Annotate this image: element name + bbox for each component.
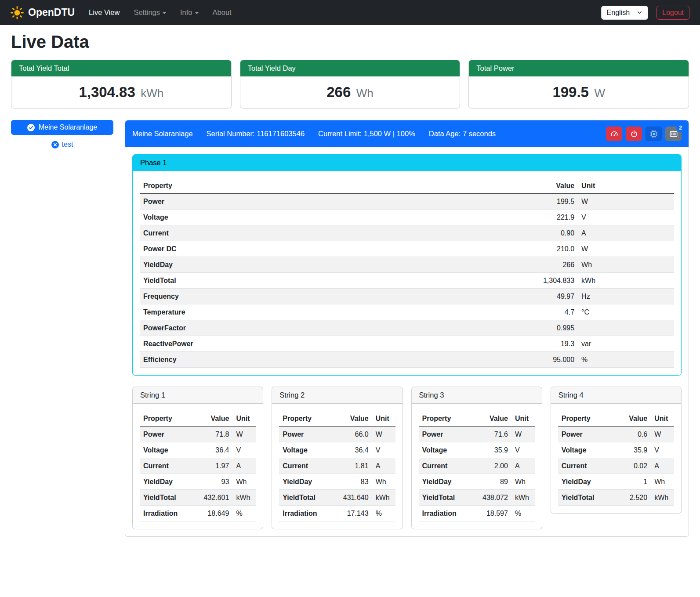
- inverter-name: Meine Solaranlage: [132, 130, 193, 138]
- nav-item-about[interactable]: About: [206, 5, 239, 20]
- property-name: YieldDay: [140, 257, 434, 273]
- table-header-row: Property Value Unit: [140, 178, 674, 194]
- summary-card-title: Total Power: [469, 60, 689, 76]
- logout-button[interactable]: Logout: [656, 6, 689, 20]
- property-name: YieldTotal: [140, 273, 434, 289]
- property-value: 71.6: [470, 427, 511, 442]
- table-row: Irradiation 17.143 %: [279, 506, 395, 521]
- device-info-button[interactable]: [646, 127, 662, 141]
- inverter-sidebar: Meine Solaranlage test: [11, 120, 113, 148]
- table-row: YieldTotal 432.601 kWh: [140, 490, 256, 506]
- property-name: YieldDay: [558, 474, 609, 490]
- inverter-serial: Serial Number: 116171603546: [207, 130, 305, 138]
- property-unit: kWh: [232, 490, 256, 506]
- string-table: Property Value Unit Power 71.8 W Voltage…: [140, 411, 256, 521]
- string-card-string-4: String 4 Property Value Unit Power 0.6 W…: [551, 387, 682, 514]
- language-select[interactable]: English: [601, 6, 648, 20]
- content-row: Meine Solaranlage test Meine Solaranlage…: [11, 120, 689, 537]
- summary-cards-row: Total Yield Total 1,304.83 kWh Total Yie…: [11, 60, 689, 109]
- speedometer-icon: [610, 130, 618, 138]
- summary-card-title: Total Yield Day: [240, 60, 460, 76]
- property-unit: kWh: [511, 490, 535, 506]
- property-value: 0.6: [609, 427, 651, 442]
- column-header-property: Property: [140, 411, 191, 427]
- table-row: YieldDay 93 Wh: [140, 474, 256, 490]
- table-row: YieldDay 89 Wh: [419, 474, 535, 490]
- property-name: PowerFactor: [140, 320, 434, 336]
- property-unit: W: [511, 427, 535, 442]
- property-unit: A: [578, 225, 674, 241]
- inverter-panel: Meine Solaranlage Serial Number: 1161716…: [125, 120, 689, 537]
- property-name: Irradiation: [279, 506, 330, 521]
- string-table: Property Value Unit Power 0.6 W Voltage …: [558, 411, 674, 506]
- property-unit: [578, 320, 674, 336]
- table-row: Voltage 35.9 V: [419, 442, 535, 458]
- inverter-panel-body: Phase 1 Property Value Unit Power: [125, 147, 689, 536]
- check-circle-icon: [27, 124, 35, 131]
- property-name: Current: [279, 458, 330, 474]
- string-card-title: String 3: [412, 387, 542, 404]
- property-value: 1,304.833: [434, 273, 578, 289]
- property-name: Current: [140, 458, 191, 474]
- string-table: Property Value Unit Power 66.0 W Voltage…: [279, 411, 395, 521]
- table-row: Current 0.90 A: [140, 225, 674, 241]
- nav-item-live-view[interactable]: Live View: [82, 5, 127, 20]
- inverter-panel-header: Meine Solaranlage Serial Number: 1161716…: [125, 120, 689, 147]
- phase-table: Property Value Unit Power 199.5 W Voltag…: [140, 178, 674, 368]
- inverter-data-age: Data Age: 7 seconds: [429, 130, 496, 138]
- property-value: 36.4: [191, 442, 232, 458]
- column-header-unit: Unit: [511, 411, 535, 427]
- property-unit: W: [651, 427, 674, 442]
- event-log-button[interactable]: 2: [665, 127, 682, 141]
- property-name: Power: [140, 194, 434, 210]
- string-card-title: String 4: [551, 387, 681, 404]
- table-row: Voltage 36.4 V: [279, 442, 395, 458]
- nav-item-label: Live View: [89, 8, 120, 17]
- strings-row: String 1 Property Value Unit Power 71.8 …: [132, 387, 682, 529]
- property-unit: V: [372, 442, 395, 458]
- property-name: ReactivePower: [140, 336, 434, 352]
- property-value: 0.995: [434, 320, 578, 336]
- property-value: 0.90: [434, 225, 578, 241]
- table-row: Voltage 221.9 V: [140, 210, 674, 225]
- nav-item-settings[interactable]: Settings: [127, 5, 173, 20]
- summary-card-title: Total Yield Total: [11, 60, 231, 76]
- property-value: 89: [470, 474, 511, 490]
- power-toggle-button[interactable]: [626, 127, 642, 141]
- string-card-title: String 2: [272, 387, 402, 404]
- property-name: Power: [419, 427, 470, 442]
- summary-value: 1,304.83: [79, 84, 135, 100]
- property-name: Power: [279, 427, 330, 442]
- property-name: Voltage: [140, 442, 191, 458]
- property-name: YieldTotal: [140, 490, 191, 506]
- property-value: 221.9: [434, 210, 578, 225]
- brand-link[interactable]: OpenDTU: [11, 6, 75, 19]
- property-unit: A: [232, 458, 256, 474]
- inverter-current-limit: Current Limit: 1,500 W | 100%: [318, 130, 415, 138]
- property-name: Current: [140, 225, 434, 241]
- column-header-value: Value: [434, 178, 578, 194]
- property-unit: Wh: [232, 474, 256, 490]
- page-container: Live Data Total Yield Total 1,304.83 kWh…: [0, 32, 700, 546]
- property-value: 17.143: [330, 506, 372, 521]
- property-value: 18.597: [470, 506, 511, 521]
- property-value: 1.97: [191, 458, 232, 474]
- table-row: Irradiation 18.649 %: [140, 506, 256, 521]
- property-name: Power: [140, 427, 191, 442]
- property-unit: %: [511, 506, 535, 521]
- property-value: 18.649: [191, 506, 232, 521]
- property-value: 66.0: [330, 427, 372, 442]
- language-value: English: [607, 9, 630, 17]
- limit-settings-button[interactable]: [606, 127, 622, 141]
- card-list-icon: [670, 130, 678, 138]
- sidebar-item-label: test: [62, 141, 73, 148]
- sidebar-item-label: Meine Solaranlage: [39, 123, 97, 131]
- nav-item-info[interactable]: Info: [173, 5, 206, 20]
- column-header-value: Value: [191, 411, 232, 427]
- summary-value: 199.5: [552, 84, 589, 100]
- sidebar-item-meine-solaranlage[interactable]: Meine Solaranlage: [11, 120, 113, 135]
- sidebar-item-test[interactable]: test: [11, 141, 113, 148]
- property-unit: %: [232, 506, 256, 521]
- summary-value: 266: [326, 84, 351, 100]
- property-name: Current: [558, 458, 609, 474]
